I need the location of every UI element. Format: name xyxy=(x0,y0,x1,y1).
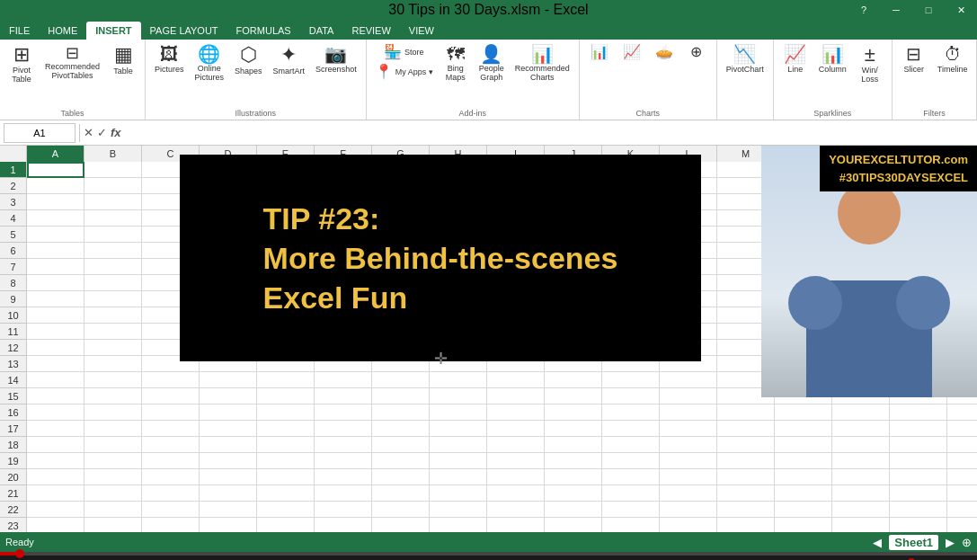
help-button[interactable]: ? xyxy=(848,0,880,20)
grid-cell[interactable] xyxy=(257,372,315,388)
grid-cell[interactable] xyxy=(487,421,545,437)
grid-cell[interactable] xyxy=(372,404,430,421)
grid-cell[interactable] xyxy=(602,518,660,532)
screenshot-button[interactable]: 📷 Screenshot xyxy=(312,43,360,76)
close-button[interactable]: ✕ xyxy=(945,0,977,20)
row-header-23[interactable]: 23 xyxy=(0,518,26,532)
grid-cell[interactable] xyxy=(545,372,602,388)
grid-cell[interactable] xyxy=(890,469,947,485)
grid-cell[interactable] xyxy=(84,275,142,291)
grid-cell[interactable] xyxy=(545,388,602,404)
grid-cell[interactable] xyxy=(430,502,487,518)
grid-cell[interactable] xyxy=(487,469,545,485)
grid-cell[interactable] xyxy=(142,518,200,532)
grid-cell[interactable] xyxy=(430,404,487,421)
slicer-button[interactable]: ⊟ Slicer xyxy=(898,43,930,76)
grid-cell[interactable] xyxy=(372,372,430,388)
row-header-22[interactable]: 22 xyxy=(0,502,26,518)
grid-cell[interactable] xyxy=(27,404,84,421)
grid-cell[interactable] xyxy=(947,437,977,453)
grid-cell[interactable] xyxy=(660,518,717,532)
grid-cell[interactable] xyxy=(315,388,372,404)
grid-cell[interactable] xyxy=(717,485,775,502)
tab-insert[interactable]: INSERT xyxy=(86,22,140,40)
grid-cell[interactable] xyxy=(660,485,717,502)
grid-cell[interactable] xyxy=(717,404,775,421)
grid-cell[interactable] xyxy=(84,210,142,227)
grid-cell[interactable] xyxy=(257,421,315,437)
row-header-17[interactable]: 17 xyxy=(0,421,26,437)
grid-cell[interactable] xyxy=(27,243,84,259)
grid-cell[interactable] xyxy=(660,404,717,421)
scroll-right-button[interactable]: ▶ xyxy=(946,536,955,549)
grid-cell[interactable] xyxy=(200,453,257,469)
grid-cell[interactable] xyxy=(84,404,142,421)
grid-cell[interactable] xyxy=(890,404,947,421)
grid-cell[interactable] xyxy=(660,469,717,485)
grid-cell[interactable] xyxy=(315,437,372,453)
row-header-4[interactable]: 4 xyxy=(0,210,26,227)
grid-cell[interactable] xyxy=(545,453,602,469)
grid-cell[interactable] xyxy=(142,453,200,469)
tab-formulas[interactable]: FORMULAS xyxy=(227,22,300,40)
grid-cell[interactable] xyxy=(430,372,487,388)
grid-cell[interactable] xyxy=(775,502,832,518)
grid-cell[interactable] xyxy=(660,453,717,469)
grid-cell[interactable] xyxy=(545,485,602,502)
grid-cell[interactable] xyxy=(545,518,602,532)
grid-cell[interactable] xyxy=(545,437,602,453)
tab-page-layout[interactable]: PAGE LAYOUT xyxy=(141,22,227,40)
confirm-icon[interactable]: ✓ xyxy=(97,126,107,139)
grid-cell[interactable] xyxy=(832,469,890,485)
pie-chart-button[interactable]: 🥧 xyxy=(650,43,679,61)
grid-cell[interactable] xyxy=(200,469,257,485)
win-loss-button[interactable]: ± Win/Loss xyxy=(854,43,886,86)
grid-cell[interactable] xyxy=(832,502,890,518)
grid-cell[interactable] xyxy=(27,485,84,502)
timeline-button[interactable]: ⏱ Timeline xyxy=(934,43,972,76)
pictures-button[interactable]: 🖼 Pictures xyxy=(151,43,188,76)
grid-cell[interactable] xyxy=(660,421,717,437)
grid-cell[interactable] xyxy=(372,502,430,518)
grid-cell[interactable] xyxy=(660,372,717,388)
grid-cell[interactable] xyxy=(890,437,947,453)
grid-cell[interactable] xyxy=(315,453,372,469)
grid-cell[interactable] xyxy=(142,437,200,453)
pivot-table-button[interactable]: ⊞ PivotTable xyxy=(5,43,38,86)
grid-cell[interactable] xyxy=(142,421,200,437)
grid-cell[interactable] xyxy=(545,502,602,518)
grid-cell[interactable] xyxy=(602,388,660,404)
grid-cell[interactable] xyxy=(200,437,257,453)
grid-cell[interactable] xyxy=(890,518,947,532)
my-apps-button[interactable]: 📍 My Apps ▾ xyxy=(372,63,436,81)
row-header-15[interactable]: 15 xyxy=(0,388,26,404)
grid-cell[interactable] xyxy=(200,388,257,404)
sheet-tab-sheet1[interactable]: Sheet1 xyxy=(889,535,938,550)
grid-cell[interactable] xyxy=(832,453,890,469)
grid-cell[interactable] xyxy=(602,404,660,421)
row-header-14[interactable]: 14 xyxy=(0,372,26,388)
grid-cell[interactable] xyxy=(372,388,430,404)
row-header-2[interactable]: 2 xyxy=(0,178,26,194)
grid-cell[interactable] xyxy=(315,502,372,518)
grid-cell[interactable] xyxy=(487,502,545,518)
grid-cell[interactable] xyxy=(84,502,142,518)
add-sheet-button[interactable]: ⊕ xyxy=(962,536,972,549)
grid-cell[interactable] xyxy=(84,162,142,178)
grid-cell[interactable] xyxy=(890,421,947,437)
grid-cell[interactable] xyxy=(717,518,775,532)
grid-cell[interactable] xyxy=(257,388,315,404)
grid-cell[interactable] xyxy=(27,307,84,324)
grid-cell[interactable] xyxy=(84,372,142,388)
grid-cell[interactable] xyxy=(545,404,602,421)
grid-cell[interactable] xyxy=(947,453,977,469)
grid-cell[interactable] xyxy=(775,404,832,421)
grid-cell[interactable] xyxy=(487,388,545,404)
grid-cell[interactable] xyxy=(84,324,142,340)
grid-cell[interactable] xyxy=(27,194,84,210)
row-header-10[interactable]: 10 xyxy=(0,307,26,324)
row-header-20[interactable]: 20 xyxy=(0,469,26,485)
grid-cell[interactable] xyxy=(84,421,142,437)
line-sparkline-button[interactable]: 📈 Line xyxy=(779,43,812,76)
grid-cell[interactable] xyxy=(200,421,257,437)
